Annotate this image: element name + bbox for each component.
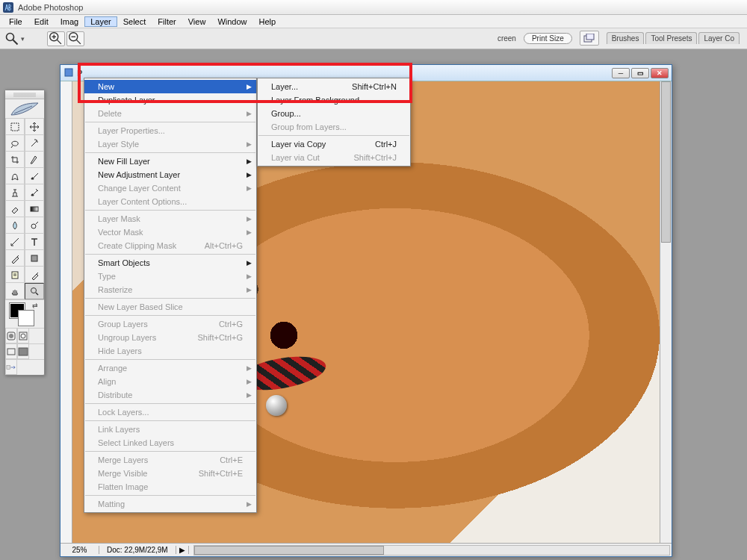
menu-item-new[interactable]: New▶ bbox=[84, 80, 256, 93]
zoom-level[interactable]: 25% bbox=[61, 546, 99, 554]
svg-line-24 bbox=[36, 293, 38, 295]
menu-layer[interactable]: Layer bbox=[84, 16, 117, 27]
app-icon bbox=[3, 2, 13, 13]
notes-tool[interactable] bbox=[5, 267, 25, 283]
tools-palette[interactable]: ⇄ bbox=[4, 90, 45, 376]
titlebar: Adobe Photoshop bbox=[0, 0, 747, 15]
slice-tool[interactable] bbox=[25, 152, 44, 168]
healing-tool[interactable] bbox=[5, 168, 25, 184]
menu-filter[interactable]: Filter bbox=[152, 16, 182, 27]
svg-line-1 bbox=[13, 40, 17, 44]
magic-wand-tool[interactable] bbox=[25, 135, 44, 152]
panel-tabs: BrushesTool PresetsLayer Co bbox=[607, 32, 740, 44]
svg-rect-15 bbox=[11, 123, 19, 131]
blur-tool[interactable] bbox=[5, 217, 25, 234]
eraser-tool[interactable] bbox=[5, 201, 25, 217]
color-swatches[interactable]: ⇄ bbox=[5, 299, 44, 328]
menu-item-distribute: Distribute▶ bbox=[84, 388, 256, 402]
menu-item-arrange: Arrange▶ bbox=[84, 361, 256, 375]
menu-edit[interactable]: Edit bbox=[28, 16, 55, 27]
menu-item-layer-via-copy[interactable]: Layer via CopyCtrl+J bbox=[258, 137, 410, 151]
menu-item-select-linked-layers: Select Linked Layers bbox=[84, 436, 256, 449]
layer-new-submenu[interactable]: Layer...Shift+Ctrl+NLayer From Backgroun… bbox=[257, 78, 411, 167]
clone-tool[interactable] bbox=[5, 184, 25, 201]
svg-rect-29 bbox=[7, 349, 15, 355]
pen-tool[interactable] bbox=[5, 250, 25, 267]
screen-mode-2-icon[interactable] bbox=[17, 344, 29, 359]
shape-tool[interactable] bbox=[25, 250, 44, 267]
scrollbar-vertical[interactable] bbox=[660, 81, 672, 543]
feather-logo-icon bbox=[5, 99, 44, 119]
menu-item-layer-from-background-[interactable]: Layer From Background... bbox=[258, 93, 410, 107]
scrollbar-thumb[interactable] bbox=[194, 546, 385, 555]
menu-item-ungroup-layers: Ungroup LayersShift+Ctrl+G bbox=[84, 331, 256, 344]
menu-item-group-[interactable]: Group... bbox=[258, 107, 410, 120]
gradient-tool[interactable] bbox=[25, 201, 44, 217]
print-size-button[interactable]: Print Size bbox=[524, 33, 572, 44]
quickmask-icon[interactable] bbox=[5, 329, 17, 343]
panel-tab-tool-presets[interactable]: Tool Presets bbox=[645, 32, 697, 44]
menu-item-merge-visible: Merge VisibleShift+Ctrl+E bbox=[84, 467, 256, 480]
layer-menu[interactable]: New▶Duplicate Layer...Delete▶Layer Prope… bbox=[84, 78, 257, 513]
zoom-tool[interactable] bbox=[25, 283, 44, 299]
standard-mode-icon[interactable] bbox=[17, 329, 29, 343]
zoom-out-button[interactable] bbox=[66, 31, 84, 46]
tool-dropdown-icon[interactable]: ▾ bbox=[21, 35, 25, 43]
screen-mode-1-icon[interactable] bbox=[5, 344, 17, 359]
svg-line-3 bbox=[57, 40, 61, 44]
menu-help[interactable]: Help bbox=[253, 16, 282, 27]
eyedropper-tool[interactable] bbox=[25, 267, 44, 283]
menu-item-smart-objects[interactable]: Smart Objects▶ bbox=[84, 256, 256, 270]
menu-file[interactable]: File bbox=[3, 16, 28, 27]
document-icon bbox=[63, 67, 74, 79]
menu-view[interactable]: View bbox=[182, 16, 212, 27]
marquee-tool[interactable] bbox=[5, 119, 25, 135]
doc-info[interactable]: Doc: 22,9M/22,9M bbox=[99, 546, 176, 554]
dodge-tool[interactable] bbox=[25, 217, 44, 234]
background-color[interactable] bbox=[19, 311, 34, 326]
panel-tab-layer-co[interactable]: Layer Co bbox=[698, 32, 740, 44]
crop-tool[interactable] bbox=[5, 152, 25, 168]
svg-point-0 bbox=[7, 33, 14, 40]
app-title: Adobe Photoshop bbox=[18, 3, 83, 12]
menu-item-new-layer-based-slice: New Layer Based Slice bbox=[84, 300, 256, 314]
scrollbar-thumb[interactable] bbox=[661, 81, 671, 243]
menubar: FileEditImagLayerSelectFilterViewWindowH… bbox=[0, 15, 747, 28]
history-brush-tool[interactable] bbox=[25, 184, 44, 201]
panels-toggle-icon[interactable] bbox=[580, 31, 599, 46]
window-minimize-button[interactable]: ─ bbox=[612, 68, 630, 78]
menu-item-layer-style: Layer Style▶ bbox=[84, 137, 256, 151]
window-maximize-button[interactable]: ▭ bbox=[631, 68, 649, 78]
fit-screen-label: creen bbox=[498, 34, 516, 43]
zoom-in-button[interactable] bbox=[47, 31, 65, 46]
status-arrow-icon[interactable]: ▶ bbox=[176, 546, 189, 554]
move-tool[interactable] bbox=[25, 119, 44, 135]
menu-select[interactable]: Select bbox=[117, 16, 152, 27]
svg-point-16 bbox=[36, 140, 37, 140]
menu-item-layer-properties-: Layer Properties... bbox=[84, 124, 256, 137]
swap-colors-icon[interactable]: ⇄ bbox=[32, 302, 38, 309]
type-tool[interactable] bbox=[25, 234, 44, 250]
menu-item-flatten-image: Flatten Image bbox=[84, 480, 256, 494]
menu-item-matting: Matting▶ bbox=[84, 497, 256, 511]
lasso-tool[interactable] bbox=[5, 135, 25, 152]
imageready-icon[interactable] bbox=[5, 360, 17, 375]
svg-point-26 bbox=[9, 334, 13, 338]
hand-tool[interactable] bbox=[5, 283, 25, 299]
svg-rect-31 bbox=[7, 365, 10, 369]
scrollbar-horizontal[interactable] bbox=[193, 545, 670, 556]
brush-tool[interactable] bbox=[25, 168, 44, 184]
menu-item-duplicate-layer-[interactable]: Duplicate Layer... bbox=[84, 93, 256, 107]
menu-window[interactable]: Window bbox=[211, 16, 252, 27]
svg-point-18 bbox=[31, 224, 36, 228]
menu-item-new-adjustment-layer[interactable]: New Adjustment Layer▶ bbox=[84, 168, 256, 181]
path-tool[interactable] bbox=[5, 234, 25, 250]
svg-rect-30 bbox=[19, 348, 28, 355]
status-bar: 25% Doc: 22,9M/22,9M ▶ bbox=[61, 543, 672, 556]
menu-item-layer-[interactable]: Layer...Shift+Ctrl+N bbox=[258, 80, 410, 93]
palette-grip[interactable] bbox=[5, 90, 44, 99]
panel-tab-brushes[interactable]: Brushes bbox=[607, 32, 645, 44]
menu-imag[interactable]: Imag bbox=[55, 16, 84, 27]
window-close-button[interactable]: ✕ bbox=[651, 68, 669, 78]
menu-item-new-fill-layer[interactable]: New Fill Layer▶ bbox=[84, 155, 256, 168]
